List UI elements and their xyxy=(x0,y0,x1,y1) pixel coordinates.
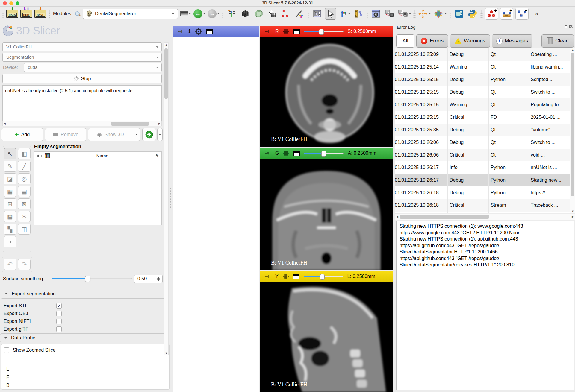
surface-smoothing-value[interactable]: 0.50 xyxy=(134,275,163,283)
export-checkbox[interactable] xyxy=(56,326,62,332)
effect-grow-from-seeds-button[interactable]: ▦ xyxy=(4,186,16,197)
mouse-interaction-button[interactable] xyxy=(325,8,336,20)
export-checkbox[interactable] xyxy=(56,311,62,316)
effect-draw-button[interactable]: ╱ xyxy=(18,161,31,172)
scroll-right-icon[interactable]: ▶ xyxy=(572,215,574,218)
module-selector-combo[interactable]: DentalSegmentator xyxy=(83,9,178,19)
pin-icon[interactable] xyxy=(177,29,184,34)
effect-fill-between-slices-button[interactable]: ▤ xyxy=(18,186,31,197)
create-point-list-button[interactable]: + xyxy=(485,8,498,20)
toolbar-drag-handle[interactable] xyxy=(480,9,483,19)
effect-paint-button[interactable]: ✎ xyxy=(4,161,16,172)
save-button[interactable]: ⬇SAVE xyxy=(34,8,46,20)
spin-up-icon[interactable] xyxy=(157,277,160,279)
effect-none-button[interactable]: ↖ xyxy=(4,148,16,159)
log-row[interactable]: 01.01.2025 10:26:06DebugQtSwitch to ... xyxy=(395,136,575,149)
log-table[interactable]: 01.01.2025 10:25:09DebugQtOperating ...0… xyxy=(395,48,575,213)
toolbar-drag-handle[interactable] xyxy=(449,9,451,19)
log-row[interactable]: 01.01.2025 10:25:09DebugQtOperating ... xyxy=(395,48,575,61)
effect-scissors-button[interactable]: ✂ xyxy=(18,211,31,222)
status-flag-column-icon[interactable]: ⚑ xyxy=(155,153,159,159)
color-column-icon[interactable] xyxy=(45,153,50,158)
view-layout-menu-icon[interactable] xyxy=(293,29,300,34)
yellow-slice-slider[interactable] xyxy=(304,276,343,277)
scene-capture-button[interactable] xyxy=(384,8,395,20)
effect-hollow-button[interactable]: ⊠ xyxy=(18,198,31,209)
data-module-button[interactable] xyxy=(226,8,237,20)
segments-table[interactable]: Name ⚑ xyxy=(34,151,162,225)
stop-button[interactable]: Stop xyxy=(2,74,162,83)
device-selector-combo[interactable]: cuda xyxy=(24,63,162,72)
transforms-module-button[interactable] xyxy=(267,8,278,20)
log-horizontal-scrollbar[interactable]: ◀ ▶ xyxy=(395,214,575,220)
log-detail-output[interactable]: Starting new HTTPS connection (1): www.g… xyxy=(396,221,574,390)
toolbar-drag-handle[interactable] xyxy=(2,9,4,19)
scroll-right-icon[interactable]: ▶ xyxy=(158,122,161,125)
models-module-button[interactable] xyxy=(253,8,264,20)
forward-button[interactable]: → xyxy=(208,8,220,20)
center-view-icon[interactable] xyxy=(195,28,202,35)
filter-all-button[interactable]: All xyxy=(396,34,414,48)
log-row[interactable]: 01.01.2025 10:26:06CriticalQtvoid ... xyxy=(395,149,575,161)
clear-log-button[interactable]: Clear xyxy=(541,34,574,48)
annotations-module-button[interactable] xyxy=(293,8,305,20)
toolbar-drag-handle[interactable] xyxy=(307,9,309,19)
log-row[interactable]: 01.01.2025 10:26:18CriticalStreamTraceba… xyxy=(395,199,575,212)
panel-vertical-scrollbar[interactable]: ▲ ▼ xyxy=(164,42,169,355)
data-probe-section[interactable]: Data Probe xyxy=(0,333,169,342)
red-slice-slider[interactable] xyxy=(304,31,344,32)
toolbar-drag-handle[interactable] xyxy=(413,9,416,19)
show-3d-dropdown[interactable] xyxy=(132,128,140,141)
back-button[interactable]: ← xyxy=(193,8,205,20)
segmentation-selector-combo[interactable]: Segmentation xyxy=(2,53,162,62)
scroll-left-icon[interactable]: ◀ xyxy=(396,215,398,218)
red-slice-viewport[interactable]: B: V1 CollierFH xyxy=(260,37,393,147)
spin-controls[interactable] xyxy=(156,275,161,282)
slice-intersections-button[interactable] xyxy=(433,8,447,20)
close-panel-icon[interactable] xyxy=(569,25,573,28)
log-row[interactable]: 01.01.2025 10:26:18DebugPythonhttps://..… xyxy=(395,186,575,199)
log-vertical-scrollbar[interactable]: ▲ ▼ xyxy=(570,48,575,213)
log-row[interactable]: 01.01.2025 10:25:15CriticalFD2025-01-01 … xyxy=(395,111,575,124)
log-row[interactable]: 01.01.2025 10:26:17DebugPythonStarting n… xyxy=(395,174,575,186)
export-segmentation-section[interactable]: Export segmentation xyxy=(1,289,169,299)
load-data-button[interactable]: ⬆DATA xyxy=(6,8,18,20)
add-segment-button[interactable]: + Add xyxy=(1,128,43,141)
install-status-text[interactable]: nnUNet is already installed (2.5.1) and … xyxy=(2,85,162,121)
filter-errors-button[interactable]: ✕Errors xyxy=(416,34,448,48)
threed-viewport[interactable] xyxy=(173,37,259,392)
filter-messages-button[interactable]: iMessages xyxy=(492,34,533,48)
visibility-column-icon[interactable] xyxy=(36,154,42,158)
scroll-left-icon[interactable]: ◀ xyxy=(4,122,6,125)
scroll-up-icon[interactable]: ▲ xyxy=(165,43,168,46)
scrollbar-thumb[interactable] xyxy=(164,48,168,99)
undo-button[interactable]: ↶ xyxy=(4,259,16,270)
units-settings-button[interactable] xyxy=(352,8,364,20)
scrollbar-thumb[interactable] xyxy=(571,53,574,196)
log-row[interactable]: 01.01.2025 10:25:15DebugPythonScripted .… xyxy=(395,73,575,86)
effect-islands-button[interactable]: ▚ xyxy=(4,224,16,235)
screenshot-button[interactable] xyxy=(370,8,382,20)
log-row[interactable]: 01.01.2025 10:25:14WarningQtlibpng warni… xyxy=(395,61,575,73)
toolbar-drag-handle[interactable] xyxy=(222,9,224,19)
spin-down-icon[interactable] xyxy=(157,279,160,281)
effect-logical-operators-button[interactable]: ◫ xyxy=(18,224,31,235)
log-row[interactable]: 01.01.2025 10:38:33CriticalFD[32639:2542… xyxy=(395,212,575,213)
pin-icon[interactable] xyxy=(264,151,271,155)
show-3d-button[interactable]: Show 3D xyxy=(88,128,140,141)
scroll-up-icon[interactable]: ▲ xyxy=(571,48,574,51)
remove-segment-button[interactable]: Remove xyxy=(45,128,86,141)
view-layout-menu-icon[interactable] xyxy=(206,29,213,34)
window-level-button[interactable] xyxy=(338,8,350,20)
dicom-button[interactable]: ⬇⬆DCM xyxy=(20,8,32,20)
log-row[interactable]: 01.01.2025 10:25:15WarningQtPopulating f… xyxy=(395,98,575,111)
slice-grid-icon[interactable] xyxy=(283,28,289,34)
module-history-button[interactable] xyxy=(180,8,191,20)
log-row[interactable]: 01.01.2025 10:26:17InfoPythonnnUNet is .… xyxy=(395,161,575,174)
show-zoomed-slice-checkbox[interactable] xyxy=(4,347,9,353)
view-layout-menu-icon[interactable] xyxy=(293,274,299,279)
extensions-manager-button[interactable] xyxy=(453,8,465,20)
filter-warnings-button[interactable]: !Warnings xyxy=(450,34,490,48)
slider-handle[interactable] xyxy=(85,276,90,282)
log-row[interactable]: 01.01.2025 10:25:15DebugQtSwitch to ... xyxy=(395,86,575,98)
